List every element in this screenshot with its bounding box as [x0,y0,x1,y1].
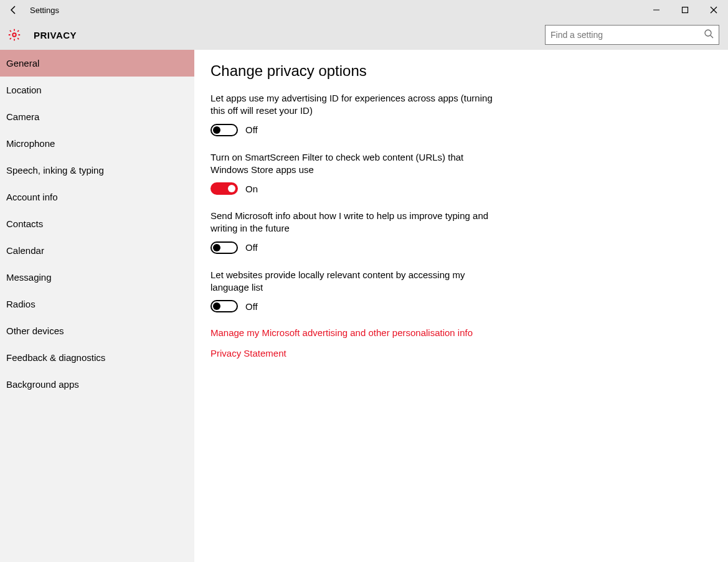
toggle-state-label: Off [245,242,258,253]
svg-line-6 [711,35,713,38]
sidebar-item-account-info[interactable]: Account info [0,184,194,210]
page-heading: Change privacy options [210,62,728,80]
search-input[interactable] [551,30,704,40]
svg-rect-1 [683,7,688,13]
sidebar-item-messaging[interactable]: Messaging [0,264,194,291]
sidebar-item-location[interactable]: Location [0,77,194,103]
sidebar-item-label: Camera [6,111,39,122]
sidebar-item-label: Feedback & diagnostics [6,352,105,363]
search-box[interactable] [545,25,719,45]
sidebar-item-label: Radios [6,299,35,309]
sidebar-item-label: Speech, inking & typing [6,165,104,176]
sidebar-item-label: Background apps [6,379,79,390]
toggle-switch[interactable] [210,300,238,312]
sidebar-item-contacts[interactable]: Contacts [0,210,194,237]
svg-point-5 [705,30,711,36]
minimize-button[interactable] [642,0,671,20]
gear-icon [7,28,21,42]
toggle-switch[interactable] [210,182,238,195]
sidebar-item-general[interactable]: General [0,50,194,77]
sidebar-item-label: Messaging [6,272,52,283]
sidebar-item-feedback-diagnostics[interactable]: Feedback & diagnostics [0,344,194,371]
setting-block: Let websites provide locally relevant co… [210,269,497,313]
setting-block: Turn on SmartScreen Filter to check web … [210,151,497,195]
link-manage-my-microsoft-advertising-and-othe[interactable]: Manage my Microsoft advertising and othe… [210,327,728,338]
sidebar-item-label: Account info [6,192,58,202]
toggle-state-label: Off [245,301,258,312]
close-button[interactable] [699,0,728,20]
svg-point-4 [12,33,16,37]
sidebar-item-label: Contacts [6,218,43,229]
setting-description: Let websites provide locally relevant co… [210,269,497,294]
sidebar-item-microphone[interactable]: Microphone [0,130,194,157]
sidebar: GeneralLocationCameraMicrophoneSpeech, i… [0,50,194,562]
sidebar-item-label: Microphone [6,138,55,149]
setting-description: Let apps use my advertising ID for exper… [210,92,497,118]
toggle-switch[interactable] [210,241,238,254]
toggle-state-label: On [245,184,258,194]
sidebar-item-speech-inking-typing[interactable]: Speech, inking & typing [0,157,194,184]
search-icon [704,29,714,41]
main-pane: Change privacy options Let apps use my a… [194,50,728,562]
toggle-switch[interactable] [210,124,238,136]
sidebar-item-camera[interactable]: Camera [0,103,194,130]
sidebar-item-background-apps[interactable]: Background apps [0,371,194,398]
sidebar-item-label: General [6,58,39,68]
sidebar-item-calendar[interactable]: Calendar [0,237,194,264]
sidebar-item-label: Calendar [6,245,44,256]
maximize-button[interactable] [671,0,699,20]
sidebar-item-label: Other devices [6,325,64,336]
sidebar-item-radios[interactable]: Radios [0,291,194,317]
sidebar-item-label: Location [6,85,42,95]
toggle-state-label: Off [245,124,258,135]
setting-block: Send Microsoft info about how I write to… [210,210,497,254]
app-title: Settings [30,6,59,15]
setting-description: Send Microsoft info about how I write to… [210,210,497,235]
setting-block: Let apps use my advertising ID for exper… [210,92,497,136]
back-button[interactable] [7,4,20,16]
section-title: PRIVACY [34,30,77,40]
sidebar-item-other-devices[interactable]: Other devices [0,317,194,344]
link-privacy-statement[interactable]: Privacy Statement [210,348,728,358]
setting-description: Turn on SmartScreen Filter to check web … [210,151,497,177]
